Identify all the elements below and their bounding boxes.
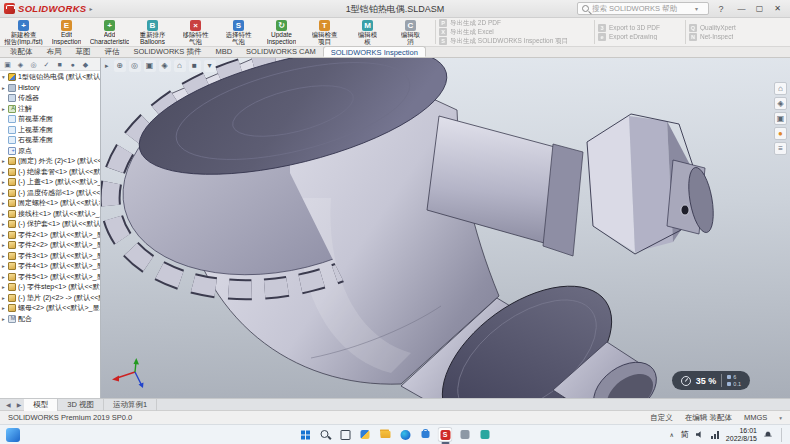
taskbar-app-icon[interactable]: [458, 427, 473, 442]
feature-tree-item[interactable]: ▸ 零件2<2> (默认<<默认>_显示状态 1>: [0, 240, 100, 251]
units-dropdown-icon[interactable]: ▾: [779, 415, 782, 421]
ribbon-button[interactable]: + 新建检查 报告(imp./fst): [2, 19, 45, 45]
commandmanager-tab[interactable]: SOLIDWORKS Inspection: [323, 46, 426, 57]
task-pane-tab-icon[interactable]: ≡: [774, 142, 787, 155]
feature-tree-item[interactable]: ▸ (固定) 外壳 (2)<1> (默认<<默认>_显示状态: [0, 156, 100, 167]
view-toolbar-icon[interactable]: ▾: [204, 60, 216, 72]
panel-tab-icon[interactable]: ▣: [2, 59, 13, 70]
taskbar-app-icon[interactable]: [398, 427, 413, 442]
feature-tree-item[interactable]: ▸ (-) 零件step<1> (默认<<默认>_显示状: [0, 282, 100, 293]
ribbon-button[interactable]: E Edit Inspection: [45, 19, 88, 45]
units-selector[interactable]: MMGS: [744, 413, 767, 422]
feature-tree-item[interactable]: ▸ 零件4<1> (默认<<默认>_显示状态: [0, 261, 100, 272]
ribbon-button[interactable]: × 移除特性 气泡: [174, 19, 217, 45]
feature-tree-item[interactable]: ▸ (-) 温度传感部<1> (默认<<默认>_显示状: [0, 188, 100, 199]
feature-tree-item[interactable]: ▸ 配合: [0, 314, 100, 325]
taskbar-app-icon[interactable]: [298, 427, 313, 442]
feature-tree-item[interactable]: ▸ 零件2<1> (默认<<默认>_显示状态 1>: [0, 230, 100, 241]
performance-badge[interactable]: 35 % 6 0.1: [672, 371, 750, 390]
taskbar-clock[interactable]: 16:01 2022/8/15: [726, 427, 757, 442]
feature-tree-item[interactable]: 右视基准面: [0, 135, 100, 146]
search-input[interactable]: [592, 4, 692, 13]
feature-tree-item[interactable]: ▸ (-) 上盖<1> (默认<<默认>_显示状态 1>): [0, 177, 100, 188]
commandmanager-tab[interactable]: 布局: [40, 46, 69, 57]
view-toolbar-icon[interactable]: ■: [189, 60, 201, 72]
feature-tree-item[interactable]: ▸ 接线柱<1> (默认<<默认>_显示状态-1: [0, 209, 100, 220]
taskbar-app-icon[interactable]: [318, 427, 333, 442]
feature-tree-item[interactable]: 前视基准面: [0, 114, 100, 125]
menu-expand-arrow-icon[interactable]: ▸: [89, 5, 92, 12]
view-toolbar-icon[interactable]: ◎: [129, 60, 141, 72]
feature-tree-item[interactable]: ▸ (-) 绝缘套管<1> (默认<<默认>_显示状态: [0, 167, 100, 178]
commandmanager-tab[interactable]: 评估: [98, 46, 127, 57]
feature-tree-item[interactable]: 原点: [0, 146, 100, 157]
show-desktop-button[interactable]: [781, 428, 782, 442]
feature-tree-item[interactable]: ▸ 固定螺栓<1> (默认<<默认>_显示状态: [0, 198, 100, 209]
view-tab[interactable]: 模型: [24, 399, 58, 411]
task-pane-tab-icon[interactable]: ◈: [774, 97, 787, 110]
feature-tree-item[interactable]: ▸ 零件3<1> (默认<<默认>_显示状态: [0, 251, 100, 262]
model-3d[interactable]: [101, 58, 790, 398]
ribbon-export-button[interactable]: X 导出生成 Excel: [439, 28, 591, 36]
view-tabs-next-icon[interactable]: ▶: [14, 401, 25, 408]
panel-collapse-arrow-icon[interactable]: ▸: [105, 62, 109, 70]
feature-tree-item[interactable]: ▸ (-) 保护套<1> (默认<<默认>_显示状态: [0, 219, 100, 230]
ribbon-export-button[interactable]: N Net-Inspect: [689, 33, 759, 41]
taskbar-app-icon[interactable]: [418, 427, 433, 442]
network-icon[interactable]: [711, 431, 719, 439]
panel-tab-icon[interactable]: ◈: [15, 59, 26, 70]
minimize-button[interactable]: —: [733, 2, 750, 16]
feature-tree-item[interactable]: ▸ 螺母<2> (默认<<默认>_显示状态: [0, 303, 100, 314]
task-pane-tab-icon[interactable]: ●: [774, 127, 787, 140]
customize-menu[interactable]: 自定义: [650, 413, 673, 423]
feature-tree-item[interactable]: 上视基准面: [0, 125, 100, 136]
panel-tab-icon[interactable]: ■: [54, 59, 65, 70]
feature-tree-item[interactable]: ▸ (-) 垫片 (2)<2> -> (默认<<默认>_显示状: [0, 293, 100, 304]
panel-tab-icon[interactable]: ●: [67, 59, 78, 70]
taskbar-app-icon[interactable]: [478, 427, 493, 442]
feature-tree-item[interactable]: 传感器: [0, 93, 100, 104]
panel-tab-icon[interactable]: ◎: [28, 59, 39, 70]
ribbon-export-button[interactable]: P 导出生成 2D PDF: [439, 19, 591, 27]
ribbon-export-button[interactable]: 3 Export to 3D PDF: [598, 24, 682, 32]
ribbon-export-button[interactable]: Q QualityXpert: [689, 24, 759, 32]
ribbon-export-button[interactable]: S 导出生成 SOLIDWORKS Inspection 项目: [439, 37, 591, 45]
feature-tree-item[interactable]: ▸ 注解: [0, 104, 100, 115]
taskbar-app-icon[interactable]: [358, 427, 373, 442]
panel-tab-icon[interactable]: ✓: [41, 59, 52, 70]
taskbar-app-icon[interactable]: [438, 427, 453, 442]
ribbon-button[interactable]: B 重新排序 Balloons: [131, 19, 174, 45]
ribbon-button[interactable]: C 编辑取 消: [389, 19, 432, 45]
graphics-viewport[interactable]: ▸ ⊕◎▣◈⌂■▾ ⌂◈▣●≡ 35 % 6: [101, 58, 790, 398]
view-tab[interactable]: 运动算例1: [104, 399, 157, 411]
feature-tree-item[interactable]: ▸ History: [0, 83, 100, 94]
search-dropdown-icon[interactable]: ▾: [695, 5, 698, 12]
input-language-indicator[interactable]: 简: [681, 429, 689, 440]
search-box[interactable]: ▾: [577, 2, 709, 15]
commandmanager-tab[interactable]: SOLIDWORKS 插件: [127, 46, 209, 57]
view-tabs-prev-icon[interactable]: ◀: [3, 401, 14, 408]
ribbon-button[interactable]: M 编辑模 板: [346, 19, 389, 45]
task-pane-tab-icon[interactable]: ▣: [774, 112, 787, 125]
volume-icon[interactable]: [696, 431, 704, 439]
view-toolbar-icon[interactable]: ◈: [159, 60, 171, 72]
task-pane-tab-icon[interactable]: ⌂: [774, 82, 787, 95]
help-icon[interactable]: ?: [715, 4, 727, 14]
taskbar-app-icon[interactable]: [338, 427, 353, 442]
commandmanager-tab[interactable]: 装配体: [3, 46, 40, 57]
tray-expand-icon[interactable]: ∧: [669, 431, 673, 438]
view-toolbar-icon[interactable]: ⌂: [174, 60, 186, 72]
commandmanager-tab[interactable]: MBD: [208, 46, 239, 57]
taskbar-corner-app-icon[interactable]: [6, 428, 20, 442]
ribbon-button[interactable]: S 选择特性 气泡: [217, 19, 260, 45]
feature-tree-item[interactable]: ▾ 1型铠铂热电偶 (默认<默认_显示状态-1>): [0, 72, 100, 83]
ribbon-button[interactable]: + Add Characteristic: [88, 19, 131, 45]
ribbon-button[interactable]: T 编辑检查 项目: [303, 19, 346, 45]
taskbar-app-icon[interactable]: [378, 427, 393, 442]
ribbon-export-button[interactable]: e Export eDrawing: [598, 33, 682, 41]
feature-tree-item[interactable]: ▸ 零件5<1> (默认<<默认>_显示状态 1>: [0, 272, 100, 283]
view-tab[interactable]: 3D 视图: [58, 399, 104, 411]
notification-bell-icon[interactable]: [764, 431, 772, 438]
maximize-button[interactable]: ▢: [751, 2, 768, 16]
ribbon-button[interactable]: ↻ Update Inspection: [260, 19, 303, 45]
